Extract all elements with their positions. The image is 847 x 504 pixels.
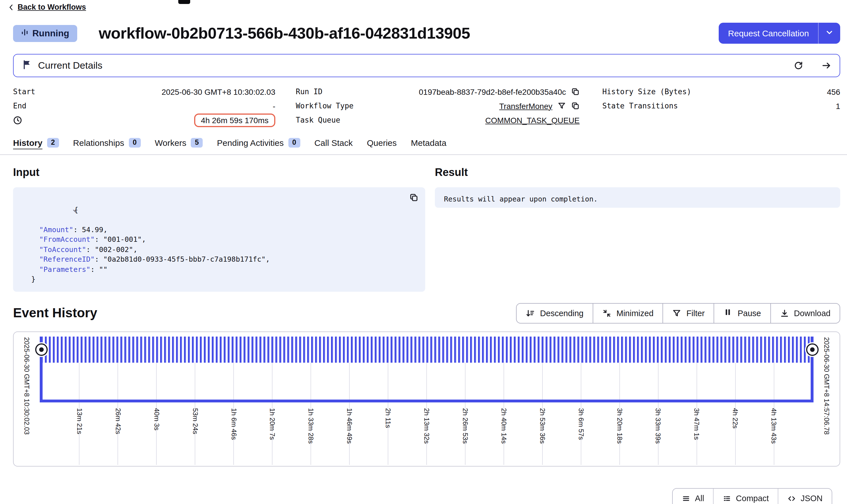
history-size-value: 456 <box>827 87 840 96</box>
workflow-detail-page: Back to Workflows Running workflow-0b2b0… <box>0 0 847 504</box>
workflow-type-label: Workflow Type <box>296 102 354 110</box>
json-entry: "Amount": 54.99, <box>22 224 416 234</box>
input-json-viewer: { "Amount": 54.99, "FromAccount": "001-0… <box>13 187 425 291</box>
tab-queries[interactable]: Queries <box>367 138 397 147</box>
start-label: Start <box>13 87 35 96</box>
event-history-header: Event History Descending Minimized Filte… <box>13 303 840 323</box>
sort-descending-icon <box>526 308 535 318</box>
detail-row-task-queue: Task Queue COMMON_TASK_QUEUE <box>296 113 580 127</box>
view-toggle-compact[interactable]: Compact <box>713 488 778 504</box>
result-heading: Result <box>435 166 840 179</box>
event-history-title: Event History <box>13 305 97 321</box>
minimized-button[interactable]: Minimized <box>593 303 663 323</box>
end-value: - <box>273 101 275 110</box>
tab-bar: History 2 Relationships 0 Workers 5 Pend… <box>13 136 840 149</box>
tab-history[interactable]: History 2 <box>13 138 59 147</box>
json-entry: "ToAccount": "002-002", <box>22 244 416 254</box>
view-toggle-row: All Compact JSON <box>0 488 832 504</box>
detail-row-end: End - <box>13 99 275 113</box>
json-entry: "Parameters": "" <box>22 264 416 274</box>
flag-icon <box>22 59 32 72</box>
view-toggle-json[interactable]: JSON <box>778 488 832 504</box>
result-message: Results will appear upon completion. <box>444 195 598 203</box>
timeline-end-date: 2025-06-30 GMT+8 14:57:06.78 <box>823 337 831 434</box>
timeline-panel: 2025-06-30 GMT+8 10:30:02.03 2025-06-30 … <box>13 331 840 466</box>
tab-pending-activities[interactable]: Pending Activities 0 <box>217 138 300 147</box>
divider <box>0 155 847 155</box>
clock-icon <box>13 115 22 125</box>
detail-row-history-size: History Size (Bytes) 456 <box>602 85 840 99</box>
state-transitions-value: 1 <box>836 101 840 110</box>
filter-button[interactable]: Filter <box>663 303 714 323</box>
back-nav: Back to Workflows <box>0 0 847 11</box>
tab-relationships-count: 0 <box>129 138 141 147</box>
activity-pulse-icon <box>21 28 29 38</box>
end-label: End <box>13 102 26 110</box>
timeline-start-date: 2025-06-30 GMT+8 10:30:02.03 <box>23 337 31 434</box>
view-toggle-all[interactable]: All <box>673 488 713 504</box>
tab-relationships[interactable]: Relationships 0 <box>73 138 141 147</box>
detail-row-start: Start 2025-06-30 GMT+8 10:30:02.03 <box>13 85 275 99</box>
request-cancellation-button[interactable]: Request Cancellation <box>719 23 818 44</box>
input-result-section: Input { "Amount": 54.99, "FromAccount": … <box>13 166 840 291</box>
duration-highlight: 4h 26m 59s 170ms <box>194 113 275 127</box>
list-icon <box>682 494 690 503</box>
timeline-event-stripes <box>41 336 812 362</box>
pause-button[interactable]: Pause <box>714 303 771 323</box>
download-icon <box>780 308 789 318</box>
current-details-panel: Current Details <box>13 54 840 77</box>
details-grid: Start 2025-06-30 GMT+8 10:30:02.03 End -… <box>13 85 840 127</box>
json-open-brace: { <box>22 195 416 224</box>
copy-icon[interactable] <box>571 87 580 96</box>
run-id-label: Run ID <box>296 87 322 96</box>
collapse-chevron-icon[interactable] <box>21 196 79 226</box>
json-close-brace: } <box>22 274 416 284</box>
tab-call-stack[interactable]: Call Stack <box>314 138 353 147</box>
current-details-title: Current Details <box>38 60 103 71</box>
task-queue-label: Task Queue <box>296 116 340 124</box>
event-history-toolbar: Descending Minimized Filter Pause <box>516 303 840 323</box>
task-queue-link[interactable]: COMMON_TASK_QUEUE <box>485 115 580 125</box>
tab-workers[interactable]: Workers 5 <box>155 138 203 147</box>
tab-workers-count: 5 <box>191 138 203 147</box>
tab-pending-activities-count: 0 <box>288 138 300 147</box>
status-badge: Running <box>13 25 77 42</box>
detail-row-duration: 4h 26m 59s 170ms <box>13 113 275 127</box>
timeline-axis <box>40 399 813 402</box>
timeline-range-handle-end[interactable] <box>806 343 818 356</box>
input-column: Input { "Amount": 54.99, "FromAccount": … <box>13 166 425 291</box>
page-title: workflow-0b2b0713-566b-430b-af16-042831d… <box>99 24 470 42</box>
pause-icon <box>723 308 733 319</box>
run-id-value: 0197beab-8837-79d2-b8ef-fe200b35a40c <box>419 87 566 96</box>
cancellation-options-button[interactable] <box>818 23 840 44</box>
descending-button[interactable]: Descending <box>516 303 593 323</box>
timeline-range-handle-start[interactable] <box>35 343 48 356</box>
input-heading: Input <box>13 166 425 179</box>
tab-metadata[interactable]: Metadata <box>411 138 447 147</box>
result-placeholder-box: Results will appear upon completion. <box>435 187 840 208</box>
arrow-right-icon[interactable] <box>822 61 831 70</box>
start-value: 2025-06-30 GMT+8 10:30:02.03 <box>162 87 275 96</box>
workflow-type-link[interactable]: TransferMoney <box>499 101 552 110</box>
chevron-down-icon <box>825 28 833 38</box>
detail-row-workflow-type: Workflow Type TransferMoney <box>296 99 580 113</box>
back-to-workflows-link[interactable]: Back to Workflows <box>18 3 86 11</box>
filter-funnel-icon <box>672 308 681 318</box>
detail-row-state-transitions: State Transitions 1 <box>602 99 840 113</box>
collapse-arrows-icon <box>602 308 611 318</box>
refresh-icon[interactable] <box>794 61 803 70</box>
workflow-header: Running workflow-0b2b0713-566b-430b-af16… <box>13 23 840 44</box>
result-column: Result Results will appear upon completi… <box>435 166 840 291</box>
status-label: Running <box>32 28 69 38</box>
chevron-left-icon <box>7 3 15 11</box>
state-transitions-label: State Transitions <box>602 102 678 110</box>
copy-icon[interactable] <box>571 102 580 110</box>
compact-list-icon <box>723 494 732 503</box>
download-button[interactable]: Download <box>770 303 840 323</box>
timeline-span: 13m 21s 26m 42s 40m 3s 53m 24s 1h 6m 46s… <box>41 336 812 466</box>
screen-artifact <box>178 0 190 4</box>
detail-row-run-id: Run ID 0197beab-8837-79d2-b8ef-fe200b35a… <box>296 85 580 99</box>
filter-funnel-icon[interactable] <box>557 102 566 110</box>
tab-history-count: 2 <box>47 138 59 147</box>
json-entry: "ReferenceID": "0a2b81d0-0933-45f5-bbb7-… <box>22 254 416 264</box>
